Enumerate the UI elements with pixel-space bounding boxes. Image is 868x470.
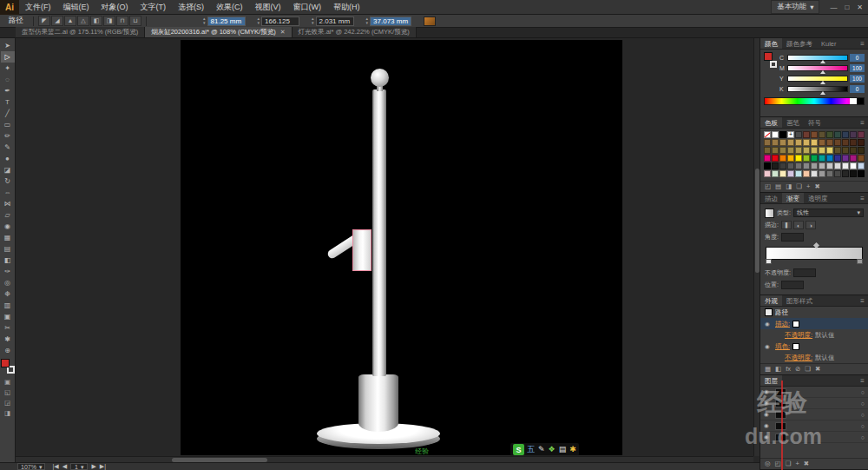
field-value[interactable]: 81.25 mm [207,17,246,26]
type-tool[interactable]: T [1,96,15,108]
gradient-stroke-option[interactable]: ❚ [781,221,792,229]
bracket-panel[interactable] [352,229,372,271]
blob-brush-tool[interactable]: ● [1,153,15,164]
symbol-sprayer-tool[interactable]: ❉ [1,288,15,300]
location-field[interactable] [781,281,804,289]
color-swatch[interactable] [858,170,865,177]
target-icon[interactable]: ○ [861,400,865,407]
target-icon[interactable]: ○ [861,412,865,418]
rectangle-tool[interactable]: ▭ [1,119,15,130]
slider-knob-icon[interactable] [820,91,825,95]
color-swatch[interactable] [779,170,786,177]
close-button[interactable]: ✕ [857,3,863,11]
color-swatch[interactable] [811,131,818,138]
gradient-tool[interactable]: ◧ [1,255,15,266]
stepper-icon[interactable]: ▴▾ [258,17,260,25]
artboard-select[interactable]: 1 ▾ [70,463,88,470]
clear-appearance-icon[interactable]: ⊘ [795,364,800,374]
magic-wand-tool[interactable]: ✦ [1,63,15,74]
panel-tab[interactable]: 色板 [760,117,782,128]
draw-inside-mode[interactable]: ◲ [1,397,15,407]
color-swatch[interactable] [834,162,841,169]
zoom-level-select[interactable]: 107% ▾ [17,463,45,470]
ime-toolbar[interactable]: S 五✎❖▤✱ [510,443,579,456]
color-swatch[interactable] [858,139,865,146]
visibility-toggle[interactable]: ◉ [764,400,772,407]
color-swatch[interactable] [819,131,825,138]
style-thumbnail[interactable] [424,17,436,26]
menu-item[interactable]: 文件(F) [19,2,57,13]
anchor-edit-button[interactable]: ⊔ [129,16,141,26]
panel-menu-icon[interactable]: ≡ [857,193,868,203]
delete-layer-icon[interactable]: ✖ [804,459,809,469]
fill-stroke-indicator[interactable] [1,359,15,374]
color-swatch[interactable] [764,131,771,138]
fill-chip[interactable] [1,359,10,367]
add-effect-icon[interactable]: fx [786,364,791,374]
appearance-row-fill[interactable]: ◉ 填色: [760,341,868,352]
color-swatch[interactable] [803,155,810,162]
panel-tab[interactable]: 符号 [804,117,825,128]
gradient-midpoint[interactable] [813,242,819,248]
gradient-stop[interactable] [857,259,863,264]
color-swatch[interactable] [772,147,779,154]
color-swatch[interactable] [858,155,865,162]
fill-chip[interactable] [764,52,773,61]
new-layer-icon[interactable]: + [795,459,799,469]
color-swatch[interactable] [819,170,825,177]
ime-handwrite-button[interactable]: ✎ [538,444,545,455]
ime-mode-button[interactable]: 五 [527,444,535,455]
blend-tool[interactable]: ◎ [1,277,15,288]
color-swatch[interactable] [858,147,865,154]
column-graph-tool[interactable]: ▥ [1,300,15,311]
color-swatch[interactable] [764,139,771,146]
channel-value[interactable]: 100 [850,75,865,83]
eye-icon[interactable]: ◉ [765,343,773,350]
artboard[interactable] [181,40,622,455]
color-swatch[interactable] [834,131,841,138]
color-swatch[interactable] [779,131,786,138]
spectrum-bar[interactable] [764,97,865,105]
x-field[interactable]: ▴▾ 81.25 mm [203,17,246,26]
anchor-edit-button[interactable]: ◢ [51,16,63,26]
appearance-row-opacity[interactable]: 不透明度: 默认值 [760,329,868,341]
minimize-button[interactable]: — [830,3,837,11]
color-swatch[interactable] [803,139,810,146]
last-artboard-button[interactable]: ▶| [100,463,106,470]
color-swatch[interactable] [842,162,849,169]
zoom-tool[interactable]: ⊕ [1,345,15,356]
channel-value[interactable]: 100 [850,64,865,72]
prev-artboard-button[interactable]: ◀ [62,463,67,470]
visibility-toggle[interactable]: ◉ [764,411,772,418]
swatch-kind-icon[interactable]: ▤ [775,182,781,192]
gradient-type-select[interactable]: 线性 ▾ [793,209,864,217]
opacity-link[interactable]: 不透明度: [785,354,812,362]
selection-tool[interactable]: ➤ [1,40,15,51]
document-tab[interactable]: 蛋型仿果篮二.ai @ 175.11% (RGB/预览) ✕ [16,27,145,37]
layer-row[interactable]: ◉ ○ [760,409,868,420]
anchor-edit-button[interactable]: ◤ [38,16,50,26]
base-cylinder[interactable] [358,374,398,432]
color-swatch[interactable] [795,147,802,154]
color-swatch[interactable] [850,131,857,138]
color-swatch[interactable] [834,170,841,177]
color-swatch[interactable] [811,170,818,177]
color-swatch[interactable] [826,162,833,169]
color-swatch[interactable] [772,162,779,169]
color-swatch[interactable] [787,139,794,146]
target-icon[interactable]: ○ [861,434,865,440]
stroke-link[interactable]: 描边: [775,320,790,328]
draw-normal-mode[interactable]: ▣ [1,376,15,387]
layer-row[interactable]: ◉ ○ [760,398,868,409]
panel-tab[interactable]: Kuler [817,38,841,49]
layer-row[interactable]: ◉ ○ [760,387,868,398]
y-field[interactable]: ▴▾ 166.125 [258,17,300,26]
panel-menu-icon[interactable]: ≡ [857,295,868,306]
appearance-row-path[interactable]: 路径 [760,307,868,318]
new-color-group-icon[interactable]: ❏ [796,182,802,192]
rotate-tool[interactable]: ↻ [1,175,15,187]
visibility-toggle[interactable]: ◉ [764,434,772,440]
stepper-icon[interactable]: ▴▾ [366,17,369,25]
color-swatch[interactable] [795,170,802,177]
color-swatch[interactable] [803,170,810,177]
